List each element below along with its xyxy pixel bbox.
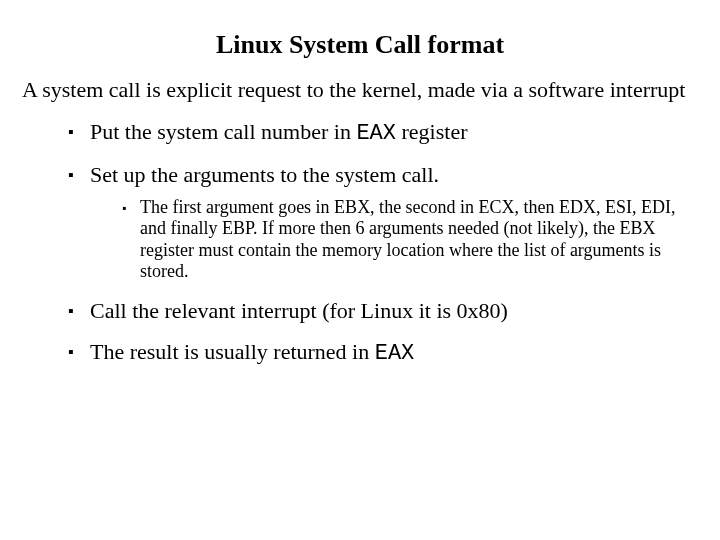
intro-text: A system call is explicit request to the… [22, 76, 698, 104]
list-item: Put the system call number in EAX regist… [68, 118, 698, 148]
bullet-text: The result is usually returned in [90, 339, 375, 364]
list-item: The result is usually returned in EAX [68, 338, 698, 368]
sub-bullet-list: The first argument goes in EBX, the seco… [90, 197, 698, 283]
bullet-text: Call the relevant interrupt (for Linux i… [90, 298, 508, 323]
intro-line: A system call is explicit request to the… [22, 76, 698, 104]
sub-bullet-text: The first argument goes in EBX, the seco… [140, 197, 676, 282]
list-item: The first argument goes in EBX, the seco… [122, 197, 698, 283]
bullet-text: Put the system call number in [90, 119, 356, 144]
bullet-text: Set up the arguments to the system call. [90, 162, 439, 187]
code-text: EAX [356, 121, 396, 146]
slide-container: Linux System Call format A system call i… [0, 0, 720, 540]
bullet-text: register [396, 119, 467, 144]
bullet-list: Put the system call number in EAX regist… [22, 118, 698, 368]
list-item: Set up the arguments to the system call.… [68, 161, 698, 283]
slide-title: Linux System Call format [22, 30, 698, 60]
list-item: Call the relevant interrupt (for Linux i… [68, 297, 698, 325]
code-text: EAX [375, 341, 415, 366]
